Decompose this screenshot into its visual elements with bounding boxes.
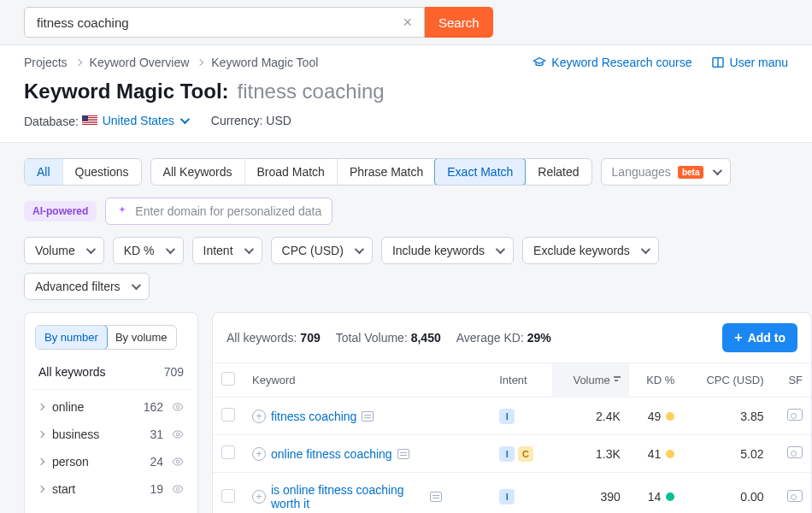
- serp-features-icon: [787, 446, 803, 458]
- col-cpc[interactable]: CPC (USD): [683, 363, 772, 398]
- user-manual-link[interactable]: User manu: [711, 56, 788, 69]
- label: Intent: [203, 244, 233, 257]
- page-title: Keyword Magic Tool: fitness coaching: [24, 80, 788, 103]
- eye-icon[interactable]: [172, 428, 184, 440]
- chevron-down-icon: [165, 245, 174, 254]
- intent-badge-c: C: [518, 446, 533, 462]
- volume-cell: 2.4K: [552, 398, 629, 435]
- sf-cell[interactable]: [773, 435, 811, 473]
- label: Volume: [573, 374, 609, 386]
- all-questions-toggle: All Questions: [24, 158, 142, 186]
- label: Languages: [612, 165, 671, 179]
- breadcrumb-item[interactable]: Keyword Overview: [90, 56, 190, 69]
- sf-cell[interactable]: [773, 473, 811, 514]
- filter-cpc-usd-[interactable]: CPC (USD): [271, 237, 373, 264]
- sparkle-icon: [116, 205, 128, 217]
- results-panel: All keywords: 709 Total Volume: 8,450 Av…: [212, 312, 812, 513]
- row-checkbox[interactable]: [221, 489, 235, 503]
- expand-icon[interactable]: +: [252, 447, 266, 461]
- search-input-wrapper: ×: [24, 7, 425, 38]
- link-text: Keyword Research course: [551, 56, 691, 69]
- intent-badge-i: I: [499, 446, 515, 462]
- match-type-tabs: All Keywords Broad Match Phrase Match Ex…: [150, 158, 592, 186]
- sidebar-group-person[interactable]: person24: [32, 448, 191, 475]
- search-button[interactable]: Search: [425, 7, 493, 38]
- serp-icon[interactable]: [430, 492, 442, 502]
- col-volume[interactable]: Volume: [552, 363, 629, 398]
- chevron-down-icon: [131, 280, 140, 290]
- graduation-cap-icon: [533, 56, 546, 69]
- tab-broad-match[interactable]: Broad Match: [244, 159, 337, 185]
- keyword-link[interactable]: is online fitness coaching worth it: [271, 483, 425, 510]
- col-kd[interactable]: KD %: [629, 363, 684, 398]
- sidebar-group-online[interactable]: online162: [32, 393, 191, 421]
- currency-display: Currency: USD: [211, 114, 291, 128]
- filter-intent[interactable]: Intent: [192, 237, 262, 264]
- chevron-right-icon: [38, 486, 44, 492]
- keyword-link[interactable]: fitness coaching: [271, 410, 356, 423]
- sidebar-all-keywords[interactable]: All keywords 709: [32, 358, 191, 390]
- eye-icon[interactable]: [172, 483, 184, 495]
- intent-cell: I: [491, 398, 552, 435]
- search-input[interactable]: [32, 15, 397, 30]
- chevron-right-icon: [38, 458, 44, 465]
- label: Include keywords: [392, 244, 485, 257]
- breadcrumb-item[interactable]: Projects: [24, 56, 68, 69]
- chevron-down-icon: [355, 245, 364, 254]
- kd-cell: 14: [629, 473, 684, 514]
- select-all-checkbox[interactable]: [221, 372, 235, 386]
- breadcrumb-item[interactable]: Keyword Magic Tool: [211, 56, 318, 69]
- tab-questions[interactable]: Questions: [62, 159, 141, 185]
- clear-search-icon[interactable]: ×: [397, 14, 417, 32]
- filter-advanced-filters[interactable]: Advanced filters: [24, 273, 150, 300]
- col-sf[interactable]: SF: [773, 363, 811, 398]
- row-checkbox[interactable]: [221, 445, 235, 459]
- tab-exact-match[interactable]: Exact Match: [434, 158, 526, 186]
- kd-difficulty-dot: [666, 492, 674, 501]
- serp-icon[interactable]: [362, 411, 374, 422]
- label: Average KD:: [456, 331, 524, 345]
- filter-include-keywords[interactable]: Include keywords: [381, 237, 514, 264]
- filter-zone: All Questions All Keywords Broad Match P…: [0, 143, 812, 309]
- sort-by-number[interactable]: By number: [35, 325, 108, 350]
- row-checkbox[interactable]: [221, 408, 235, 422]
- label: CPC (USD): [282, 244, 344, 257]
- expand-icon[interactable]: +: [252, 410, 266, 423]
- keyword-groups-sidebar: By number By volume All keywords 709 onl…: [24, 312, 198, 513]
- serp-icon[interactable]: [397, 449, 409, 459]
- label: KD %: [124, 244, 155, 257]
- sidebar-group-start[interactable]: start19: [32, 475, 191, 503]
- expand-icon[interactable]: +: [252, 490, 266, 504]
- intent-cell: I: [491, 473, 552, 514]
- keyword-link[interactable]: online fitness coaching: [271, 447, 392, 461]
- cpc-cell: 5.02: [683, 435, 772, 473]
- tab-all-keywords[interactable]: All Keywords: [151, 159, 244, 185]
- keyword-course-link[interactable]: Keyword Research course: [533, 56, 691, 69]
- domain-input[interactable]: Enter domain for personalized data: [105, 198, 332, 225]
- database-selector[interactable]: Database: United States: [24, 114, 187, 128]
- filter-kd-[interactable]: KD %: [113, 237, 184, 264]
- eye-icon[interactable]: [172, 456, 184, 468]
- col-intent[interactable]: Intent: [491, 363, 552, 398]
- filter-volume[interactable]: Volume: [24, 237, 104, 264]
- label: Exclude keywords: [533, 244, 630, 257]
- add-to-list-button[interactable]: +Add to: [722, 323, 797, 352]
- tab-phrase-match[interactable]: Phrase Match: [337, 159, 435, 185]
- volume-cell: 390: [552, 473, 629, 514]
- filter-dropdowns-row: VolumeKD %IntentCPC (USD)Include keyword…: [24, 237, 788, 300]
- col-keyword[interactable]: Keyword: [244, 363, 491, 398]
- serp-features-icon: [787, 490, 803, 502]
- sf-cell[interactable]: [773, 398, 811, 435]
- filter-exclude-keywords[interactable]: Exclude keywords: [522, 237, 659, 264]
- eye-icon[interactable]: [172, 401, 184, 413]
- serp-features-icon: [787, 409, 803, 421]
- chevron-right-icon: [74, 59, 81, 66]
- tab-related[interactable]: Related: [525, 159, 591, 185]
- languages-dropdown[interactable]: Languages beta: [601, 158, 732, 186]
- chevron-right-icon: [38, 404, 44, 410]
- sidebar-group-business[interactable]: business31: [32, 421, 191, 448]
- sort-by-volume[interactable]: By volume: [107, 326, 176, 349]
- currency-value: USD: [266, 114, 291, 127]
- tab-all[interactable]: All: [25, 159, 62, 185]
- table-row: +online fitness coachingI C1.3K415.02: [213, 435, 811, 473]
